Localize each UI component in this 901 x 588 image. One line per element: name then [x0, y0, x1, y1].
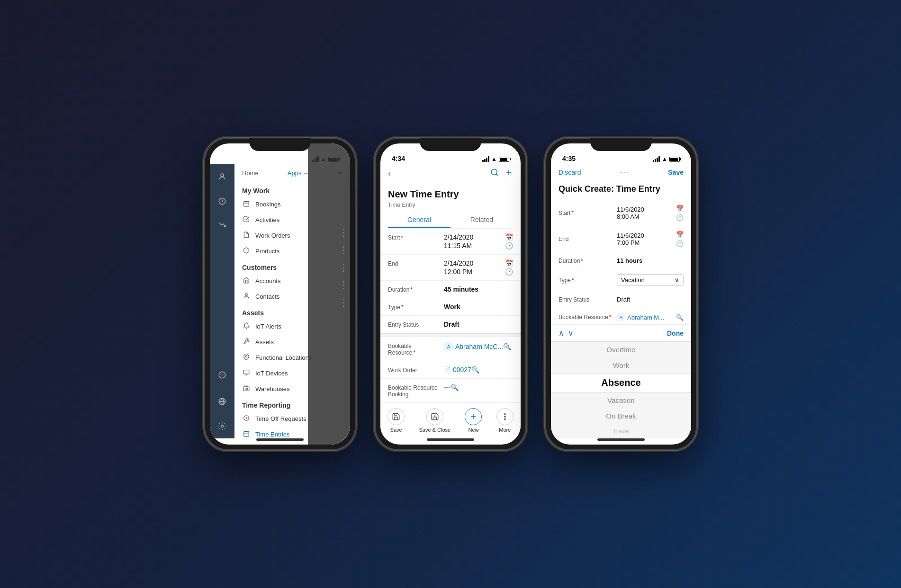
picker-overtime[interactable]: Overtime: [551, 342, 691, 357]
svg-point-8: [245, 356, 247, 357]
quick-fields: Start* 11/6/2020 8:00 AM 📅 🕐: [551, 200, 691, 324]
save-button[interactable]: Save: [668, 169, 684, 176]
quick-nav-arrows: ∧ ∨: [559, 329, 574, 338]
quick-type-value[interactable]: Vacation ∨: [617, 274, 684, 286]
svg-point-16: [505, 416, 505, 417]
functional-locations-icon: [242, 354, 251, 362]
nav-down-arrow[interactable]: ∨: [568, 329, 574, 338]
quick-title: Quick Create: Time Entry: [551, 180, 691, 200]
nav-screen: ?: [210, 164, 350, 438]
form-header: ‹: [380, 164, 521, 183]
more-button[interactable]: ···: [620, 168, 629, 177]
more-label: More: [499, 427, 511, 433]
field-bookable-resource: Bookable Resource* A Abraham McC... 🔍: [380, 337, 521, 361]
field-bookable-resource-label: Bookable Resource*: [388, 342, 440, 356]
nav-apps-link[interactable]: Apps →: [288, 169, 309, 177]
field-duration-value: 45 minutes: [444, 285, 478, 293]
phone3-time: 4:35: [562, 155, 576, 162]
search-icon4[interactable]: 🔍: [471, 366, 479, 374]
more-toolbar-btn[interactable]: More: [496, 408, 514, 433]
form-toolbar: Save Save & Close New: [380, 404, 521, 438]
back-button[interactable]: ‹: [388, 169, 391, 178]
sidebar-help-icon[interactable]: ?: [214, 366, 231, 383]
quick-screen: Discard ··· Save Quick Create: Time Entr…: [551, 164, 691, 438]
quick-field-entry-status: Entry Status Draft: [551, 291, 691, 308]
type-select[interactable]: Vacation ∨: [617, 274, 684, 286]
quick-nav-row: ∧ ∨ Done: [551, 324, 691, 341]
save-label: Save: [390, 427, 402, 433]
save-close-icon: [426, 408, 443, 425]
field-start-time: 11:15 AM 🕐: [444, 242, 513, 249]
save-toolbar-btn[interactable]: Save: [387, 408, 405, 433]
sidebar-globe-icon[interactable]: [214, 393, 231, 410]
resource-name[interactable]: Abraham McC...: [455, 343, 503, 350]
new-toolbar-btn[interactable]: New: [465, 408, 482, 433]
iot-alerts-label: IoT Alerts: [255, 323, 281, 330]
calendar-icon2: 📅: [505, 259, 513, 267]
search-icon7[interactable]: 🔍: [676, 314, 684, 321]
new-icon: [465, 408, 482, 425]
done-button[interactable]: Done: [667, 330, 684, 337]
picker-vacation[interactable]: Vacation: [551, 392, 691, 408]
calendar-icon3: 📅: [676, 205, 684, 212]
tab-general[interactable]: General: [388, 212, 450, 228]
nav-home-link[interactable]: Home: [242, 169, 259, 177]
quick-duration-value: 11 hours: [617, 257, 684, 264]
wifi-icon2: ▲: [491, 156, 497, 162]
quick-end-label: End: [559, 236, 613, 242]
field-type-label: Type*: [388, 303, 440, 311]
phone2-home-indicator: [427, 438, 474, 441]
clock-icon3: 🕐: [676, 214, 684, 221]
quick-start-value: 11/6/2020 8:00 AM 📅 🕐: [617, 205, 684, 221]
svg-point-0: [221, 174, 224, 177]
field-type: Type* Work: [380, 298, 521, 316]
picker-travel[interactable]: Travel: [551, 424, 691, 438]
contacts-icon: [242, 293, 251, 301]
time-off-icon: [242, 415, 251, 423]
field-end-date: 2/14/2020 📅: [444, 259, 513, 267]
type-select-value: Vacation: [621, 276, 645, 284]
warehouses-label: Warehouses: [255, 385, 290, 392]
quick-duration-label: Duration*: [559, 258, 613, 264]
quick-entry-status-value: Draft: [617, 296, 684, 303]
new-label: New: [468, 427, 478, 433]
save-close-toolbar-btn[interactable]: Save & Close: [419, 408, 450, 433]
add-button[interactable]: [505, 168, 513, 179]
accounts-label: Accounts: [255, 277, 280, 285]
nav-sidebar: ?: [210, 164, 234, 438]
resource-avatar2: A: [617, 313, 625, 321]
sidebar-settings-icon[interactable]: [214, 418, 231, 435]
resource-name2[interactable]: Abraham M...: [627, 314, 664, 321]
field-entry-status-label: Entry Status: [388, 321, 440, 328]
field-end-label: End: [388, 259, 440, 267]
sidebar-person-icon[interactable]: [214, 168, 231, 185]
activities-icon: [242, 216, 251, 224]
form-subtitle: Time Entry: [380, 202, 521, 212]
field-work-order: Work Order 📄 00027 🔍: [380, 361, 521, 379]
sidebar-clock-icon[interactable]: [214, 193, 231, 210]
picker-absence[interactable]: Absence: [551, 373, 691, 392]
iot-alerts-icon: [242, 322, 251, 330]
functional-locations-label: Functional Locations: [255, 354, 312, 361]
field-entry-status-value: Draft: [444, 321, 460, 328]
search-icon3[interactable]: 🔍: [503, 343, 511, 350]
svg-point-15: [505, 414, 505, 415]
phone1-notch: [249, 138, 311, 151]
iot-devices-icon: [242, 369, 251, 377]
picker-on-break[interactable]: On Break: [551, 408, 691, 424]
quick-field-duration: Duration* 11 hours: [551, 252, 691, 269]
work-order-number[interactable]: 00027: [453, 366, 471, 374]
search-button[interactable]: [490, 168, 499, 179]
discard-button[interactable]: Discard: [559, 169, 581, 176]
products-icon: [242, 247, 251, 255]
work-order-icon: 📄: [444, 366, 451, 373]
field-resource-booking-label: Bookable Resource Booking: [388, 383, 440, 398]
nav-up-arrow[interactable]: ∧: [559, 329, 564, 338]
phone3-status-icons: ▲: [653, 156, 680, 162]
assets-icon: [242, 338, 251, 346]
picker-work[interactable]: Work: [551, 357, 691, 373]
sidebar-chart-icon[interactable]: [214, 217, 231, 234]
resource-avatar: A: [444, 342, 453, 351]
tab-related[interactable]: Related: [450, 212, 513, 228]
search-icon5[interactable]: 🔍: [450, 383, 459, 391]
